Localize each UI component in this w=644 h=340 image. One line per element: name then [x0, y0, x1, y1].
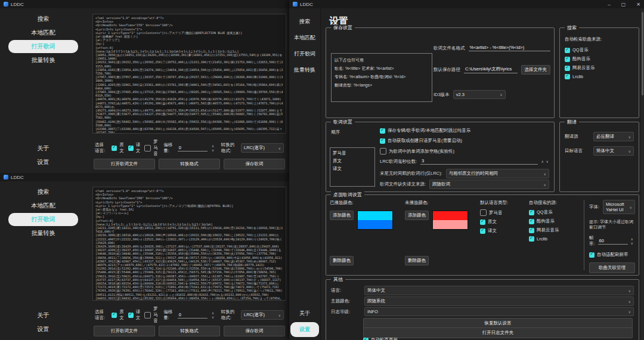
save-lyrics-button[interactable]: 保存歌词 [224, 326, 285, 336]
translate-source-dropdown[interactable]: 必应翻译∨ [593, 132, 634, 141]
fps-input[interactable]: 60 [598, 238, 628, 245]
convert-format-button[interactable]: 转换格式 [159, 159, 220, 169]
checkbox-romaji[interactable]: 罗马音 [480, 209, 528, 216]
add-unplayed-color-button[interactable]: 添加颜色 [405, 211, 429, 220]
log-level-dropdown[interactable]: INFO∨ [364, 307, 634, 316]
filename-format-input[interactable]: %<artist> - %<title>(%<id>) [469, 45, 551, 51]
checkbox-lrclib[interactable]: Lrclib [565, 74, 595, 79]
checkbox-translation[interactable]: 译文 [128, 309, 141, 321]
order-item[interactable]: 原文 [333, 157, 372, 165]
missing-translation-dropdown[interactable]: 跟随歌词∨ [429, 180, 549, 189]
sidebar-item-batch-convert[interactable]: 批量转换 [290, 63, 319, 78]
played-color-swatch[interactable] [357, 211, 393, 230]
offset-stepper[interactable]: ∧ ∨ [212, 311, 217, 319]
checkbox-auto-refresh-rate[interactable]: 自动适配刷新率 [589, 252, 635, 258]
checkbox-netease[interactable]: 网易云音乐 [529, 227, 581, 233]
titlebar[interactable]: LDDC [0, 0, 289, 8]
checkbox-romaji[interactable]: 罗马音 [144, 306, 159, 324]
fps-stepper[interactable]: ∧ ∨ [631, 237, 635, 245]
offset-input[interactable]: 0 [178, 145, 208, 152]
titlebar[interactable]: LDDC [0, 173, 289, 181]
checkbox-original[interactable]: 原文 [112, 142, 124, 154]
sidebar-item-search[interactable]: 搜索 [8, 13, 78, 26]
sidebar-item-open-lyrics[interactable]: 打开歌词 [290, 47, 319, 61]
maximize-button[interactable]: ▢ [621, 2, 626, 7]
sidebar-item-batch-convert[interactable]: 批量转换 [8, 54, 78, 67]
ms-digits-stepper[interactable]: ∧ ∨ [541, 159, 549, 163]
minimize-button[interactable]: – [608, 2, 610, 7]
delete-played-color-button[interactable]: 删除颜色 [330, 256, 354, 265]
open-lyrics-file-button[interactable]: 打开歌词文件 [94, 159, 155, 169]
unplayed-color-bottom [433, 220, 467, 229]
no-timestamp-label: 末尾无时间戳的歌词行(仅LRC): [380, 171, 442, 177]
sidebar-item-local-match[interactable]: 本地匹配 [290, 30, 319, 45]
open-lyrics-file-button[interactable]: 打开歌词文件 [94, 326, 155, 336]
checkbox-lrclib[interactable]: Lrclib [529, 236, 581, 242]
checkbox-word-spacing[interactable]: 为歌词中的单词添加空格(实验性) [380, 148, 454, 154]
order-item[interactable]: 罗马音 [333, 149, 372, 157]
checkbox-qq-music[interactable]: QQ音乐 [565, 47, 595, 53]
checkbox-auto-romaji[interactable]: 自动获取或创建日语罗马音(需要启动) [380, 138, 462, 144]
font-dropdown[interactable]: Microsoft YaHei UI∨ [603, 200, 635, 214]
sidebar-item-batch-convert[interactable]: 批量转换 [8, 227, 78, 240]
checkbox-original[interactable]: 原文 [480, 219, 528, 225]
sidebar-item-local-match[interactable]: 本地匹配 [8, 199, 78, 212]
save-lyrics-button[interactable]: 保存歌词 [224, 159, 285, 169]
song-association-button[interactable]: 歌曲关联管理 [589, 262, 635, 273]
group-legend: 其他 [331, 276, 345, 283]
save-path-input[interactable]: C:\Users\kily\文档\lyrics [464, 66, 518, 73]
sidebar-item-settings[interactable]: 设置 [8, 323, 78, 336]
sidebar-item-search[interactable]: 搜索 [290, 14, 319, 29]
format-dropdown[interactable]: LRC(逐字)∨ [241, 310, 284, 320]
offset-input[interactable]: 0 [178, 312, 208, 319]
unplayed-color-top [433, 211, 467, 220]
checkbox-original[interactable]: 原文 [112, 309, 124, 321]
lyrics-editor[interactable]: <?xml version="1.0" encoding="utf-8"?> <… [92, 187, 286, 301]
target-language-label: 目标语言 [565, 148, 590, 154]
unplayed-color-swatch[interactable] [432, 211, 468, 230]
order-item[interactable]: 译文 [333, 165, 372, 172]
checkbox-icon [480, 209, 487, 216]
vertical-scrollbar[interactable] [641, 8, 644, 340]
checkbox-qq-music[interactable]: QQ音乐 [529, 209, 581, 215]
language-dropdown[interactable]: 简体中文∨ [364, 286, 634, 295]
titlebar[interactable]: LDDC – ▢ ✕ [289, 0, 644, 8]
ms-digits-input[interactable]: 3 [420, 158, 537, 165]
sidebar-item-search[interactable]: 搜索 [8, 186, 78, 199]
scrollbar-thumb[interactable] [642, 12, 643, 95]
checkbox-translation[interactable]: 译文 [128, 142, 141, 154]
sidebar-item-about[interactable]: 关于 [8, 309, 78, 322]
sidebar-item-local-match[interactable]: 本地匹配 [8, 26, 78, 39]
sidebar-item-settings[interactable]: 设置 [290, 322, 319, 337]
group-legend: 保存设置 [331, 24, 355, 31]
checkbox-auto-update[interactable]: 自动检查更新 [363, 337, 398, 340]
checkbox-skip-instrumental[interactable]: 保存专辑/歌手歌词/本地匹配时跳过纯音乐 [380, 128, 470, 134]
checkbox-kugou[interactable]: 酷狗音乐 [565, 56, 595, 62]
target-language-dropdown[interactable]: 简体中文∨ [593, 146, 634, 156]
log-level-label: 日志等级: [331, 309, 361, 315]
sidebar-item-about[interactable]: 关于 [290, 306, 319, 321]
offset-stepper[interactable]: ∧ ∨ [212, 144, 217, 152]
no-timestamp-dropdown[interactable]: 与相邻原文行的时间相同∨ [446, 169, 549, 178]
convert-format-button[interactable]: 转换格式 [159, 326, 220, 336]
delete-unplayed-color-button[interactable]: 删除颜色 [405, 256, 429, 265]
close-button[interactable]: ✕ [636, 2, 640, 7]
chevron-down-icon: ∨ [500, 92, 502, 97]
sidebar-item-about[interactable]: 关于 [8, 142, 78, 155]
id3-version-dropdown[interactable]: v2.3∨ [453, 90, 506, 99]
open-log-folder-button[interactable]: 打开日志文件夹 [363, 327, 633, 338]
theme-dropdown[interactable]: 跟随系统∨ [364, 296, 634, 306]
sidebar-item-settings[interactable]: 设置 [8, 156, 78, 169]
order-list[interactable]: 罗马音 原文 译文 [330, 147, 375, 187]
add-played-color-button[interactable]: 添加颜色 [330, 211, 354, 220]
checkbox-netease[interactable]: 网易云音乐 [565, 65, 595, 71]
format-dropdown[interactable]: LRC(逐字)∨ [241, 143, 284, 153]
checkbox-kugou[interactable]: 酷狗音乐 [529, 218, 581, 224]
sidebar-item-open-lyrics[interactable]: 打开歌词 [8, 213, 78, 226]
choose-folder-button[interactable]: 选择文件夹 [521, 65, 551, 75]
checkbox-romaji[interactable]: 罗马音 [144, 139, 159, 157]
sidebar-item-open-lyrics[interactable]: 打开歌词 [8, 40, 78, 53]
lyrics-editor[interactable]: <?xml version="1.0" encoding="utf-8"?> <… [92, 14, 286, 134]
checkbox-translation[interactable]: 译文 [480, 228, 528, 234]
sidebar: 搜索 本地匹配 打开歌词 批量转换 关于 设置 [0, 8, 86, 173]
